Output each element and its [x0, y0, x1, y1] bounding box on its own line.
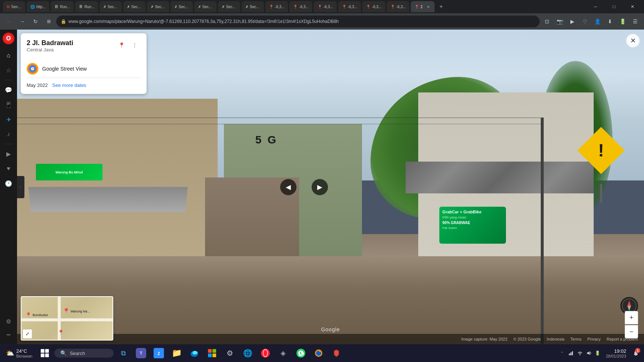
taskbar-devtools[interactable]: ◈	[275, 345, 291, 361]
address-bar[interactable]: 🔒 www.google.com/maps/place/Warung+Narut…	[56, 16, 540, 27]
zoom-controls: + −	[625, 311, 638, 338]
tray-wifi[interactable]	[576, 349, 584, 357]
browser-icon: 🌐	[242, 348, 253, 358]
street-view-close-button[interactable]: ✕	[626, 34, 640, 47]
maximize-button[interactable]: □	[606, 1, 623, 13]
info-location-pin-btn[interactable]: 📍	[115, 39, 127, 51]
tab-grid-button[interactable]: ⊞	[43, 16, 55, 27]
forward-button[interactable]: →	[16, 16, 28, 27]
sidebar-icon-bookmarks[interactable]: ☆	[2, 64, 15, 77]
svg-rect-11	[208, 353, 212, 357]
taskbar-browser[interactable]: 🌐	[239, 345, 256, 361]
copyright-text: © 2023 Google	[513, 337, 541, 341]
back-button[interactable]: ←	[3, 16, 15, 27]
tab-maps2[interactable]: 📍 -6,3...	[289, 1, 312, 12]
screenshot-button[interactable]: 📷	[554, 16, 566, 27]
taskbar-vpn[interactable]	[328, 345, 345, 361]
taskbar-task-view[interactable]: ⧉	[115, 345, 131, 361]
tab-maps3[interactable]: 📍 -6,3...	[314, 1, 337, 12]
refresh-button[interactable]: ↻	[30, 16, 41, 27]
tab-http[interactable]: 🌐 http...	[27, 1, 49, 12]
nav-arrow-next[interactable]: ▶	[312, 179, 328, 195]
taskbar-teams[interactable]: T	[133, 345, 149, 361]
tab-maps5[interactable]: 📍 -6,3...	[362, 1, 385, 12]
flow-button[interactable]: ▶	[566, 16, 578, 27]
tab-run1[interactable]: R Run...	[51, 1, 74, 12]
heart-button[interactable]: ♡	[579, 16, 591, 27]
close-button[interactable]: ✕	[624, 1, 641, 13]
taskbar-whatsapp[interactable]	[293, 345, 309, 361]
svg-point-13	[261, 349, 270, 358]
taskbar-opera[interactable]	[257, 345, 274, 361]
tray-network[interactable]	[567, 349, 575, 357]
taskbar-firefox[interactable]	[311, 345, 327, 361]
profile-button[interactable]: 👤	[591, 16, 603, 27]
opera-logo[interactable]: O	[3, 33, 14, 44]
info-panel-actions: 📍 ⋮	[115, 39, 141, 51]
taskbar-file-explorer[interactable]: 📁	[168, 345, 185, 361]
country-text[interactable]: Indonesia	[547, 337, 564, 341]
tab-sec2[interactable]: ✗ Sec...	[123, 1, 145, 12]
tray-arrow[interactable]: ⌃	[559, 349, 566, 357]
sidebar-icon-more[interactable]: •••	[2, 328, 15, 341]
see-more-dates-link[interactable]: See more dates	[52, 82, 86, 88]
sidebar-fold-button[interactable]: ›	[17, 176, 24, 198]
tab-close-btn[interactable]: ✕	[426, 4, 431, 9]
start-button[interactable]	[37, 345, 53, 361]
zoom-out-button[interactable]: −	[625, 325, 638, 338]
edge-icon	[189, 348, 199, 358]
extensions-button[interactable]: ⊡	[541, 16, 553, 27]
taskbar-search[interactable]: 🔍 Search	[54, 349, 114, 358]
sidebar-icon-settings[interactable]: ⚙	[2, 315, 15, 328]
tab-sec6[interactable]: ✗ Sec...	[218, 1, 240, 12]
tab-sec7[interactable]: ✗ Sec...	[242, 1, 264, 12]
tray-volume[interactable]	[585, 349, 593, 357]
battery-button[interactable]: 🔋	[617, 16, 628, 27]
mini-map: 📍 Borobudur 📍 Warung Na... 📍 ⤢	[21, 296, 113, 341]
clock[interactable]: 19:02 28/01/2023	[606, 348, 626, 358]
download-button[interactable]: ⬇	[604, 16, 616, 27]
taskbar-system-settings[interactable]: ⚙	[222, 345, 238, 361]
compass-arrows	[627, 301, 631, 311]
weather-icon: ⛅	[6, 349, 14, 357]
svg-rect-10	[212, 349, 216, 353]
gsv-text: Google Street View	[42, 66, 87, 72]
tab-gmail[interactable]: M Sen...	[3, 1, 25, 12]
sidebar-icon-tiktok[interactable]: ♪	[2, 128, 15, 141]
menu-button[interactable]: ☰	[629, 16, 641, 27]
sidebar-icon-heart[interactable]: ♥	[2, 162, 15, 175]
tab-maps1[interactable]: 📍 -6,3...	[265, 1, 288, 12]
sidebar-icon-history[interactable]: 🕐	[2, 177, 15, 190]
taskbar-zoom[interactable]: Z	[151, 345, 167, 361]
notification-area[interactable]: 1	[631, 345, 641, 361]
terms-text[interactable]: Terms	[570, 337, 581, 341]
nav-arrow-prev[interactable]: ◀	[280, 179, 296, 195]
tab-sec4[interactable]: ✗ Sec...	[171, 1, 193, 12]
sidebar-icon-play[interactable]: ▶	[2, 147, 15, 160]
tray-battery[interactable]: 🔋	[594, 349, 601, 357]
sidebar-icon-home[interactable]: ⌂	[2, 49, 15, 62]
taskbar-edge[interactable]	[186, 345, 202, 361]
next-icon: ▶	[317, 183, 322, 191]
minimize-button[interactable]: ─	[587, 1, 604, 13]
tab-active[interactable]: 📍 2 ✕	[411, 1, 435, 12]
sidebar-icon-whatsapp[interactable]: 📱	[2, 98, 15, 111]
privacy-text[interactable]: Privacy	[587, 337, 601, 341]
sidebar-icon-messenger[interactable]: 💬	[2, 83, 15, 97]
sidebar-icon-telegram[interactable]: ✈	[2, 113, 15, 126]
mini-map-road-h	[21, 318, 113, 321]
tab-sec1[interactable]: ✗ Sec...	[100, 1, 122, 12]
weather-widget: ⛅ 24°C Berawan	[3, 348, 35, 358]
tab-maps6[interactable]: 📍 -6,3...	[387, 1, 410, 12]
new-tab-button[interactable]: +	[436, 1, 446, 12]
info-more-btn[interactable]: ⋮	[129, 39, 141, 51]
mini-map-expand-button[interactable]: ⤢	[23, 329, 32, 338]
sidebar-divider-1	[4, 80, 13, 80]
tab-maps4[interactable]: 📍 -6,3...	[338, 1, 361, 12]
zoom-in-button[interactable]: +	[625, 311, 638, 324]
tab-sec5[interactable]: ✗ Sec...	[194, 1, 217, 12]
svg-rect-12	[212, 353, 216, 357]
taskbar-ms-store[interactable]	[204, 345, 220, 361]
tab-run2[interactable]: R Run...	[75, 1, 98, 12]
tab-sec3[interactable]: ✗ Sec...	[147, 1, 169, 12]
